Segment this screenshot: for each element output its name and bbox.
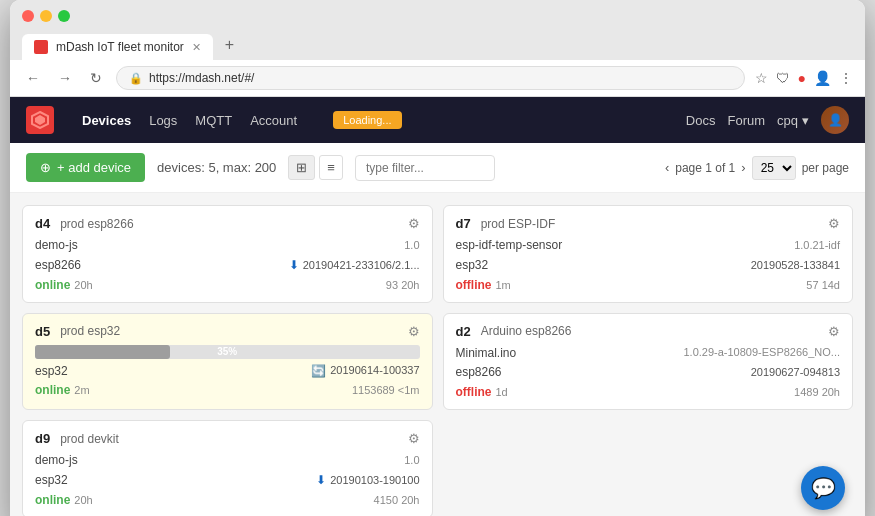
nav-devices[interactable]: Devices (74, 109, 139, 132)
url-bar[interactable]: 🔒 https://mdash.net/#/ (116, 66, 745, 90)
chip-type: esp32 (35, 472, 68, 489)
gear-icon[interactable]: ⚙ (828, 324, 840, 339)
per-page-select[interactable]: 25 (752, 156, 796, 180)
device-stats: 1153689 <1m (352, 384, 420, 396)
status-text: online (35, 493, 70, 507)
status-text: offline (456, 385, 492, 399)
tab-title: mDash IoT fleet monitor (56, 40, 184, 54)
svg-marker-1 (35, 115, 45, 125)
add-device-label: + add device (57, 160, 131, 175)
dropdown-arrow: ▾ (802, 113, 809, 128)
active-tab[interactable]: mDash IoT fleet monitor ✕ (22, 34, 213, 60)
app-toolbar: ⊕ + add device devices: 5, max: 200 ⊞ ≡ … (10, 143, 865, 193)
menu-icon[interactable]: ⋮ (839, 70, 853, 86)
grid-view-button[interactable]: ⊞ (288, 155, 315, 180)
minimize-button[interactable] (40, 10, 52, 22)
app-version: 1.0.21-idf (794, 238, 840, 253)
progress-label: 35% (35, 345, 420, 359)
gear-icon[interactable]: ⚙ (408, 431, 420, 446)
close-button[interactable] (22, 10, 34, 22)
maximize-button[interactable] (58, 10, 70, 22)
tab-favicon (34, 40, 48, 54)
device-stats: 4150 20h (374, 494, 420, 506)
back-button[interactable]: ← (22, 68, 44, 88)
status-badge: offline1d (456, 385, 508, 399)
page-info: page 1 of 1 (675, 161, 735, 175)
progress-bar-container: 35% (35, 345, 420, 359)
device-card-d2: d2Arduino esp8266⚙Minimal.ino1.0.29-a-10… (443, 313, 854, 411)
device-header: d2Arduino esp8266⚙ (456, 324, 841, 339)
docs-link[interactable]: Docs (686, 113, 716, 128)
browser-window: mDash IoT fleet monitor ✕ + ← → ↻ 🔒 http… (10, 0, 865, 516)
nav-account[interactable]: Account (242, 109, 305, 132)
status-time: 2m (74, 384, 89, 396)
nav-mqtt[interactable]: MQTT (187, 109, 240, 132)
forum-link[interactable]: Forum (727, 113, 765, 128)
device-name[interactable]: d9 (35, 431, 50, 446)
chip-type: esp32 (456, 257, 489, 274)
gear-icon[interactable]: ⚙ (408, 216, 420, 231)
status-badge: online20h (35, 493, 93, 507)
status-row: offline1d1489 20h (456, 385, 841, 399)
status-time: 20h (74, 494, 92, 506)
list-view-button[interactable]: ≡ (319, 155, 343, 180)
star-icon[interactable]: ☆ (755, 70, 768, 86)
device-name[interactable]: d2 (456, 324, 471, 339)
app-header: Devices Logs MQTT Account Loading... Doc… (10, 97, 865, 143)
status-text: online (35, 278, 70, 292)
browser-toolbar-icons: ☆ 🛡 ● 👤 ⋮ (755, 70, 853, 86)
status-row: online2m1153689 <1m (35, 383, 420, 397)
forward-button[interactable]: → (54, 68, 76, 88)
device-name[interactable]: d4 (35, 216, 50, 231)
new-tab-button[interactable]: + (217, 30, 242, 60)
status-time: 1m (496, 279, 511, 291)
tab-close-button[interactable]: ✕ (192, 41, 201, 54)
status-row: online20h4150 20h (35, 493, 420, 507)
device-type: prod devkit (60, 432, 119, 446)
app-row: Minimal.ino1.0.29-a-10809-ESP8266_NO... (456, 345, 841, 362)
firmware-info: 🔄20190614-100337 (311, 363, 419, 380)
chat-button[interactable]: 💬 (801, 466, 845, 510)
filter-input[interactable] (355, 155, 495, 181)
view-toggle: ⊞ ≡ (288, 155, 343, 180)
device-card-d4: d4prod esp8266⚙demo-js1.0esp8266⬇2019042… (22, 205, 433, 303)
avatar[interactable]: 👤 (821, 106, 849, 134)
device-type: Arduino esp8266 (481, 324, 572, 338)
browser-chrome: mDash IoT fleet monitor ✕ + (10, 0, 865, 60)
firmware-row: esp826620190627-094813 (456, 364, 841, 381)
nav-logs[interactable]: Logs (141, 109, 185, 132)
device-card-d7: d7prod ESP-IDF⚙esp-idf-temp-sensor1.0.21… (443, 205, 854, 303)
url-text: https://mdash.net/#/ (149, 71, 254, 85)
app-row: esp-idf-temp-sensor1.0.21-idf (456, 237, 841, 254)
address-bar: ← → ↻ 🔒 https://mdash.net/#/ ☆ 🛡 ● 👤 ⋮ (10, 60, 865, 97)
status-time: 20h (74, 279, 92, 291)
status-badge: offline1m (456, 278, 511, 292)
next-page-button[interactable]: › (741, 160, 745, 175)
header-right: Docs Forum cpq ▾ 👤 (686, 106, 849, 134)
device-name[interactable]: d5 (35, 324, 50, 339)
device-card-d9: d9prod devkit⚙demo-js1.0esp32⬇20190103-1… (22, 420, 433, 516)
device-header: d9prod devkit⚙ (35, 431, 420, 446)
device-stats: 93 20h (386, 279, 420, 291)
app-name: demo-js (35, 452, 78, 469)
status-row: online20h93 20h (35, 278, 420, 292)
traffic-lights (22, 10, 853, 22)
chip-type: esp8266 (35, 257, 81, 274)
firmware-info: 20190627-094813 (751, 365, 840, 380)
app-version: 1.0 (404, 453, 419, 468)
gear-icon[interactable]: ⚙ (408, 324, 420, 339)
firmware-info: 20190528-133841 (751, 258, 840, 273)
user-icon[interactable]: 👤 (814, 70, 831, 86)
prev-page-button[interactable]: ‹ (665, 160, 669, 175)
opera-icon: ● (798, 70, 806, 86)
add-device-button[interactable]: ⊕ + add device (26, 153, 145, 182)
user-label: cpq (777, 113, 798, 128)
app-name: demo-js (35, 237, 78, 254)
app-nav: Devices Logs MQTT Account (74, 109, 305, 132)
gear-icon[interactable]: ⚙ (828, 216, 840, 231)
device-name[interactable]: d7 (456, 216, 471, 231)
reload-button[interactable]: ↻ (86, 68, 106, 88)
user-dropdown[interactable]: cpq ▾ (777, 113, 809, 128)
app-row: demo-js1.0 (35, 452, 420, 469)
device-header: d7prod ESP-IDF⚙ (456, 216, 841, 231)
